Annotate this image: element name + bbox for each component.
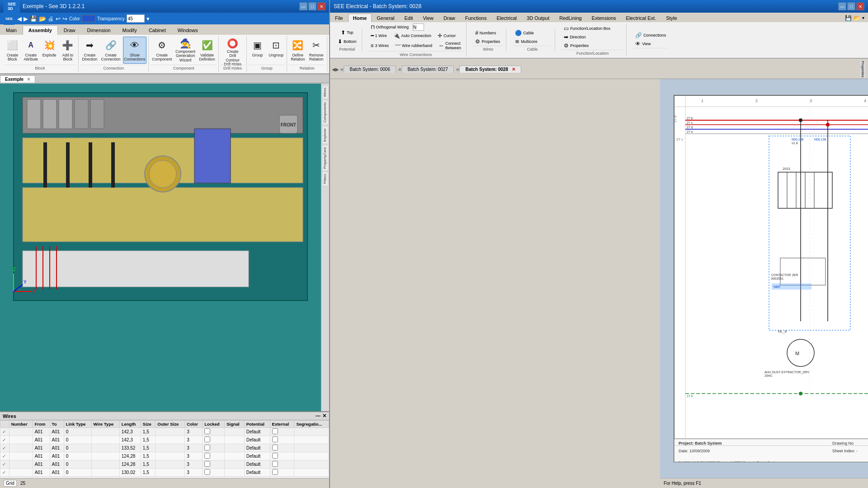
left-close-btn[interactable]: ✕ [317,2,326,10]
create-connection-btn[interactable]: 🔗 CreateConnection [100,37,122,64]
group-btn[interactable]: ▣ Group [249,37,266,64]
define-relation-btn[interactable]: 🔀 DefineRelation [289,37,307,64]
qat-save[interactable]: 💾 [30,15,37,22]
orthogonal-wiring-btn[interactable]: ⊓ Orthogonal Wiring [368,23,411,31]
left-minimize-btn[interactable]: — [299,2,307,10]
explorer-side-label[interactable]: Explorer [322,126,329,144]
tab-main[interactable]: Main [0,25,23,35]
sheet-prev-arrow[interactable]: ◀ [332,67,335,72]
wire-rubberband-btn[interactable]: 〰 Wire rubberband [393,42,434,50]
component-wizard-btn[interactable]: 🧙 ComponentGenerationWizard [174,37,197,64]
tab-assembly[interactable]: Assembly [23,25,58,35]
qat-more[interactable]: ▾ [146,15,150,22]
add-to-block-btn[interactable]: ➕ Add toBlock [59,37,76,64]
row-length: 124,28 [119,452,141,460]
create-block-btn[interactable]: ⬜ CreateBlock [4,37,21,64]
tab-dimension[interactable]: Dimension [81,25,117,35]
exemple-tab[interactable]: Exemple ✕ [0,75,35,83]
connect-between-btn[interactable]: ↔ ConnectBetween [436,40,463,51]
grid-label[interactable]: Grid [4,480,17,487]
right-minimize-btn[interactable]: — [838,2,846,10]
ribbon-group-connection: ➡ CreateDirection 🔗 CreateConnection 👁 S… [79,36,149,72]
direction-fl-btn[interactable]: ➡ Direction [561,33,588,41]
right-save-icon[interactable]: 💾 [845,15,852,21]
create-connection-icon: 🔗 [104,38,118,52]
wires-table-container[interactable]: Number From To Link Type Wire Type Lengt… [0,420,329,485]
rtab-general[interactable]: General [372,14,399,22]
tab-cabinet[interactable]: Cabinet [143,25,172,35]
tab-windows[interactable]: Windows [172,25,204,35]
explode-btn[interactable]: 💥 Explode [41,37,58,64]
auto-connection-btn[interactable]: 🔌 Auto Connection [391,32,434,40]
rtab-elec-ext[interactable]: Electrical Ext. [621,14,661,22]
left-maximize-btn[interactable]: □ [308,2,316,10]
orthogonal-wiring-input[interactable] [413,23,424,31]
create-drill-btn[interactable]: ⭕ CreateDrill ContourDrill Holes [221,37,245,64]
filters-side-label[interactable]: Filters [322,172,329,186]
create-attribute-btn[interactable]: A CreateAttribute [22,37,40,64]
tab-modify[interactable]: Modify [116,25,142,35]
rtab-redlining[interactable]: RedLining [554,14,587,22]
qat-forward[interactable]: ▶ [24,15,28,22]
wires-panel-close[interactable]: ✕ [322,413,326,419]
col-from: From [33,421,50,428]
properties-right-label[interactable]: Properties [859,60,866,79]
rtab-3doutput[interactable]: 3D Output [522,14,554,22]
view-cube[interactable]: FRONT [275,111,302,139]
color-swatch[interactable] [82,15,95,22]
right-open-icon[interactable]: 📂 [854,15,860,21]
components-side-label[interactable]: Components [322,100,329,125]
create-direction-btn[interactable]: ➡ CreateDirection [80,37,99,64]
bottom-btn[interactable]: ⬇ Bottom [335,38,359,46]
tab-draw[interactable]: Draw [58,25,81,35]
show-connections-btn[interactable]: 👁 ShowConnections [123,37,147,64]
propertycard-side-label[interactable]: PropertyCard [322,145,329,171]
rtab-home[interactable]: Home [348,14,372,22]
col-external: External [270,421,294,428]
wires-side-label[interactable]: Wires [322,85,329,99]
rtab-edit[interactable]: Edit [399,14,418,22]
connections-main-btn[interactable]: 🔗 Connections [633,31,668,39]
rtab-view[interactable]: View [418,14,439,22]
batch-0027-tab[interactable]: Batch System: 0027 [401,66,454,73]
wires-panel-minimize[interactable]: — [316,413,321,419]
qat-redo[interactable]: ↪ [62,15,67,22]
function-location-box-btn[interactable]: ▭ Function/Location Box [561,24,613,33]
cable-btn[interactable]: 🔵 Cable [513,29,536,37]
validate-definition-btn[interactable]: ✅ ValidateDefinition [198,37,217,64]
view-main-btn[interactable]: 👁 View [633,40,653,48]
sheet-next-arrow[interactable]: ▶ [335,67,339,72]
rtab-functions[interactable]: Functions [460,14,492,22]
3-wires-btn[interactable]: ≡ 3 Wires [368,42,392,50]
qat-open[interactable]: 📂 [39,15,46,22]
exemple-tab-close[interactable]: ✕ [27,77,30,82]
table-row: ✓ A01 A01 0 130,02 1,5 3 Default [0,469,329,477]
remove-relation-btn[interactable]: ✂ RemoveRelation [307,37,325,64]
ungroup-btn[interactable]: ⊡ Ungroup [267,37,285,64]
multicore-btn[interactable]: ≋ Multicore [513,38,540,46]
batch-0006-tab[interactable]: Batch System: 0006 [344,66,396,73]
numbers-btn[interactable]: # Numbers [473,29,498,37]
document-area[interactable]: 1 2 3 4 5 6 7 8 9 27 b 27 c [660,79,868,478]
qat-undo[interactable]: ↩ [56,15,61,22]
rtab-file[interactable]: File [330,14,348,22]
right-dd-arrow[interactable]: ▾ [862,15,864,20]
batch-0028-tab[interactable]: Batch System: 0028 ✕ [459,66,521,73]
batch-0028-close[interactable]: ✕ [512,67,515,72]
rtab-draw[interactable]: Draw [439,14,460,22]
top-btn[interactable]: ⬆ Top [339,28,356,37]
viewport-3d[interactable]: X Z Y FRONT Wires Components Explorer Pr… [0,84,329,411]
properties-fl-btn[interactable]: ⚙ Properties [561,42,591,50]
rtab-extensions[interactable]: Extensions [587,14,621,22]
right-maximize-btn[interactable]: □ [847,2,855,10]
right-close-btn[interactable]: ✕ [856,2,864,10]
transparency-input[interactable] [127,14,145,23]
qat-print[interactable]: 🖨 [48,15,54,22]
cursor-btn[interactable]: ✛ Cursor [435,32,458,40]
qat-back[interactable]: ◀ [17,15,22,22]
rtab-style[interactable]: Style [661,14,682,22]
create-component-btn[interactable]: ⚙ CreateComponent [151,37,173,64]
1-wire-btn[interactable]: ━ 1 Wire [368,32,389,40]
properties-wires-btn[interactable]: ⚙ Properties [473,38,502,46]
rtab-electrical[interactable]: Electrical [491,14,522,22]
